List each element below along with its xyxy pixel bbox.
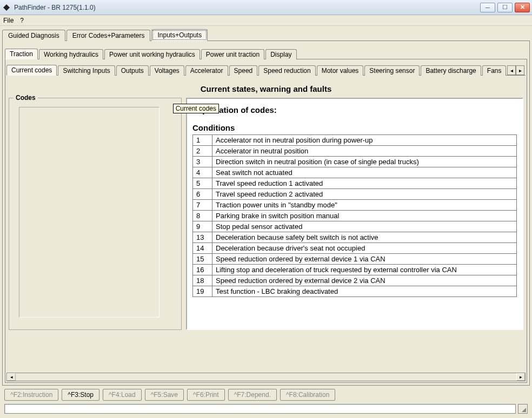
fkey-f4-load: ^F4:Load [103, 389, 142, 401]
table-row: 2Accelerator in neutral position [193, 146, 517, 157]
status-bar [2, 403, 530, 416]
svg-marker-0 [3, 4, 10, 11]
tab-motor-values[interactable]: Motor values [317, 65, 364, 76]
code-description: Travel speed reduction 1 activated [212, 178, 517, 189]
code-number: 6 [193, 189, 212, 200]
close-button[interactable]: ✕ [515, 3, 530, 12]
resize-grip-icon[interactable] [518, 404, 528, 414]
scroll-right-icon[interactable]: ▸ [516, 373, 525, 381]
code-description: Traction power units in "standby mode" [212, 200, 517, 211]
horizontal-scrollbar[interactable]: ◂ ▸ [6, 373, 526, 381]
tab-battery-discharge[interactable]: Battery discharge [421, 65, 481, 76]
code-number: 8 [193, 211, 212, 221]
code-number: 14 [193, 243, 212, 254]
tab-working-hydraulics[interactable]: Working hydraulics [39, 49, 103, 59]
maximize-button[interactable]: ☐ [497, 3, 513, 12]
code-description: Travel speed reduction 2 activated [212, 189, 517, 200]
fkey-f6-print: ^F6:Print [187, 389, 225, 401]
code-description: Deceleration because safety belt switch … [212, 232, 517, 243]
code-number: 3 [193, 157, 212, 167]
fkey-f2-instruction: ^F2:Instruction [4, 389, 58, 401]
code-description: Accelerator not in neutral position duri… [212, 135, 517, 146]
code-number: 4 [193, 167, 212, 178]
table-row: 5Travel speed reduction 1 activated [193, 178, 517, 189]
codes-list[interactable]: ▴ ▾ [19, 107, 159, 318]
scroll-up-icon[interactable]: ▴ [149, 110, 157, 117]
tab-error-codes-parameters[interactable]: Error Codes+Parameters [66, 30, 151, 41]
code-number: 16 [193, 265, 212, 275]
code-number: 15 [193, 254, 212, 265]
code-number: 18 [193, 275, 212, 286]
code-description: Seat switch not actuated [212, 167, 517, 178]
code-number: 13 [193, 232, 212, 243]
tabstrip-module: TractionWorking hydraulicsPower unit wor… [5, 46, 527, 59]
conditions-table: 1Accelerator not in neutral position dur… [192, 134, 517, 297]
table-row: 9Stop pedal sensor activated [193, 221, 517, 232]
minimize-button[interactable]: ─ [480, 3, 495, 12]
window-title: PathFinder - BR 1275(1.1.0) [14, 4, 480, 11]
tab-guided-diagnosis[interactable]: Guided Diagnosis [2, 30, 65, 41]
code-description: Deceleration because driver's seat not o… [212, 243, 517, 254]
tab-speed-reduction[interactable]: Speed reduction [258, 65, 315, 76]
tab-power-unit-traction[interactable]: Power unit traction [201, 49, 264, 59]
table-row: 8Parking brake in switch position manual [193, 211, 517, 221]
menu-file[interactable]: File [3, 17, 14, 24]
table-row: 3Direction switch in neutral position (i… [193, 157, 517, 167]
scroll-down-icon[interactable]: ▾ [149, 307, 157, 315]
scroll-left-icon[interactable]: ◂ [7, 373, 16, 381]
fkey-f7-depend: ^F7:Depend. [228, 389, 277, 401]
code-description: Accelerator in neutral position [212, 146, 517, 157]
code-number: 19 [193, 286, 212, 297]
code-number: 7 [193, 200, 212, 211]
tab-inputs-outputs[interactable]: Inputs+Outputs [151, 29, 208, 41]
function-key-bar: ^F2:Instruction^F3:Stop^F4:Load^F5:Save^… [2, 386, 530, 403]
table-row: 19Test function - LBC braking deactivate… [193, 286, 517, 297]
tab-switching-inputs[interactable]: Switching Inputs [58, 65, 115, 76]
tabstrip-submodule: Current codesSwitching InputsOutputsVolt… [6, 63, 526, 76]
table-row: 15Speed reduction ordered by external de… [193, 254, 517, 265]
codes-legend: Codes [14, 94, 38, 102]
explanation-heading: Explanation of codes: [192, 105, 517, 114]
tab-current-codes[interactable]: Current codes [6, 65, 57, 76]
code-description: Test function - LBC braking deactivated [212, 286, 517, 297]
tab-scroll-right-icon[interactable]: ▸ [516, 65, 524, 75]
tab-fans[interactable]: Fans [482, 65, 507, 76]
fkey-f8-calibration: ^F8:Calibration [280, 389, 335, 401]
tab-voltages[interactable]: Voltages [150, 65, 184, 76]
menu-bar: File ? [0, 15, 532, 26]
tab-traction[interactable]: Traction [5, 49, 38, 59]
tab-power-unit-working-hydraulics[interactable]: Power unit working hydraulics [104, 49, 200, 59]
table-row: 14Deceleration because driver's seat not… [193, 243, 517, 254]
tab-accelerator[interactable]: Accelerator [185, 65, 228, 76]
fkey-f3-stop[interactable]: ^F3:Stop [62, 389, 99, 401]
conditions-heading: Conditions [192, 123, 517, 132]
table-row: 16Lifting stop and deceleration of truck… [193, 265, 517, 275]
code-number: 5 [193, 178, 212, 189]
code-description: Speed reduction ordered by external devi… [212, 254, 517, 265]
tabstrip-main: Guided DiagnosisError Codes+ParametersIn… [2, 28, 530, 41]
tab-steering-sensor[interactable]: Steering sensor [364, 65, 420, 76]
table-row: 4Seat switch not actuated [193, 167, 517, 178]
code-description: Stop pedal sensor activated [212, 221, 517, 232]
code-description: Direction switch in neutral position (in… [212, 157, 517, 167]
tab-outputs[interactable]: Outputs [116, 65, 149, 76]
table-row: 1Accelerator not in neutral position dur… [193, 135, 517, 146]
tab-display[interactable]: Display [265, 49, 296, 59]
code-number: 2 [193, 146, 212, 157]
code-description: Lifting stop and deceleration of truck r… [212, 265, 517, 275]
table-row: 7Traction power units in "standby mode" [193, 200, 517, 211]
code-description: Speed reduction ordered by external devi… [212, 275, 517, 286]
explanation-panel[interactable]: Explanation of codes: Conditions 1Accele… [186, 98, 523, 330]
status-well [4, 404, 516, 414]
tab-scroll-left-icon[interactable]: ◂ [507, 65, 516, 75]
menu-help[interactable]: ? [20, 17, 24, 24]
table-row: 18Speed reduction ordered by external de… [193, 275, 517, 286]
fkey-f5-save: ^F5:Save [145, 389, 184, 401]
code-number: 1 [193, 135, 212, 146]
table-row: 13Deceleration because safety belt switc… [193, 232, 517, 243]
title-bar: PathFinder - BR 1275(1.1.0) ─ ☐ ✕ [0, 0, 532, 15]
table-row: 6Travel speed reduction 2 activated [193, 189, 517, 200]
tab-speed[interactable]: Speed [229, 65, 258, 76]
section-title: Current states, warning and faults [9, 78, 523, 98]
code-number: 9 [193, 221, 212, 232]
